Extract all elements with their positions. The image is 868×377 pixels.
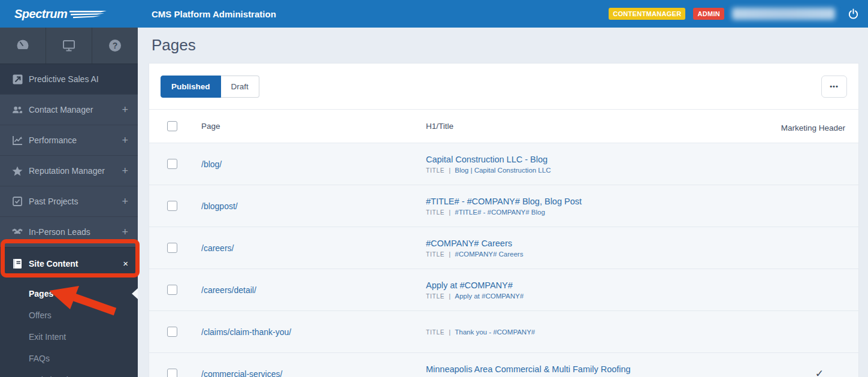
title-label: TITLE xyxy=(426,167,444,174)
site-content-submenu: Pages Offers Exit Intent FAQs Website Ab… xyxy=(0,279,138,377)
main-content: Pages Published Draft ••• Page H1/Title … xyxy=(138,28,868,377)
title-label: TITLE xyxy=(426,329,444,336)
title-value: #TITLE# - #COMPANY# Blog xyxy=(455,209,545,216)
h1-title-cell: #TITLE# - #COMPANY# Blog, Blog Post TITL… xyxy=(410,189,757,224)
svg-text:?: ? xyxy=(113,41,118,50)
top-bar: Spectrum CMS Platform Administration CON… xyxy=(0,0,868,28)
title-label: TITLE xyxy=(426,209,444,216)
separator: | xyxy=(449,251,450,258)
page-path-link[interactable]: /blog/ xyxy=(187,159,410,169)
star-icon xyxy=(12,166,23,176)
brand-logo: Spectrum xyxy=(0,7,138,21)
submenu-item-pages[interactable]: Pages xyxy=(0,283,138,304)
submenu-item-faqs[interactable]: FAQs xyxy=(0,348,138,369)
submenu-item-offers[interactable]: Offers xyxy=(0,304,138,326)
separator: | xyxy=(449,292,450,300)
title-label: TITLE xyxy=(426,293,444,300)
expand-plus-icon[interactable]: + xyxy=(122,165,128,177)
page-path-link[interactable]: /careers/ xyxy=(187,243,410,253)
logout-power-icon[interactable] xyxy=(846,7,860,20)
table-row: /claims/claim-thank-you/ TITLE | Thank y… xyxy=(149,310,858,352)
page-path-link[interactable]: /blogpost/ xyxy=(187,201,410,211)
h1-link[interactable]: #COMPANY# Careers xyxy=(426,239,751,248)
sidebar-item-past-projects[interactable]: Past Projects + xyxy=(0,186,138,216)
sidebar-item-label: Performance xyxy=(29,135,116,145)
submenu-item-label: Offers xyxy=(29,310,52,320)
submenu-item-website-about[interactable]: Website About xyxy=(0,369,138,377)
sidebar-item-reputation-manager[interactable]: Reputation Manager + xyxy=(0,155,138,186)
page-path-link[interactable]: /claims/claim-thank-you/ xyxy=(187,327,410,337)
line-chart-icon xyxy=(12,135,23,145)
pages-table: Page H1/Title Marketing Header /blog/ Ca… xyxy=(149,110,858,377)
table-row: /blogpost/ #TITLE# - #COMPANY# Blog, Blo… xyxy=(149,185,858,227)
sidebar-item-label: In-Person Leads xyxy=(29,227,116,237)
sidebar: ? Predictive Sales AI Contact Manager + xyxy=(0,28,138,377)
row-checkbox[interactable] xyxy=(167,285,177,295)
sidebar-item-label: Reputation Manager xyxy=(29,166,116,176)
table-row: /blog/ Capital Construction LLC - Blog T… xyxy=(149,143,858,185)
expand-plus-icon[interactable]: + xyxy=(122,226,128,239)
title-subtitle: TITLE | #TITLE# - #COMPANY# Blog xyxy=(426,209,751,216)
title-value: Apply at #COMPANY# xyxy=(455,292,524,300)
row-checkbox[interactable] xyxy=(167,369,177,377)
sidebar-icon-strip: ? xyxy=(0,28,138,64)
h1-link[interactable]: Minneapolis Area Commercial & Multi Fami… xyxy=(426,364,751,374)
collapse-close-icon[interactable]: × xyxy=(123,258,128,269)
column-header-h1-title: H1/Title xyxy=(410,122,757,131)
sidebar-item-contact-manager[interactable]: Contact Manager + xyxy=(0,94,138,125)
select-all-checkbox[interactable] xyxy=(167,121,177,131)
title-label: TITLE xyxy=(426,251,444,258)
title-value: Blog | Capital Construction LLC xyxy=(455,167,551,174)
more-options-button[interactable]: ••• xyxy=(821,76,847,98)
h1-title-cell: TITLE | Thank you - #COMPANY# xyxy=(410,321,757,343)
h1-link[interactable]: Capital Construction LLC - Blog xyxy=(426,155,751,164)
row-checkbox[interactable] xyxy=(167,159,177,169)
submenu-item-label: FAQs xyxy=(29,354,50,363)
expand-plus-icon[interactable]: + xyxy=(122,134,128,147)
marketing-header-check: ✓ xyxy=(757,367,858,377)
pages-card: Published Draft ••• Page H1/Title Market… xyxy=(149,63,859,377)
published-tab-button[interactable]: Published xyxy=(161,76,221,98)
checkbox-icon xyxy=(12,197,23,206)
sidebar-item-label: Contact Manager xyxy=(29,105,116,114)
sidebar-item-predictive-sales-ai[interactable]: Predictive Sales AI xyxy=(0,64,138,94)
dashboard-gauge-icon[interactable] xyxy=(0,28,46,64)
role-badge-admin: ADMIN xyxy=(693,8,724,20)
sidebar-item-performance[interactable]: Performance + xyxy=(0,125,138,155)
title-value: #COMPANY# Careers xyxy=(455,251,523,258)
title-value: Thank you - #COMPANY# xyxy=(455,328,535,336)
title-subtitle: TITLE | #COMPANY# Careers xyxy=(426,251,751,258)
separator: | xyxy=(449,209,450,216)
sidebar-item-label: Site Content xyxy=(29,259,117,269)
active-item-caret xyxy=(132,288,138,299)
h1-link[interactable]: #TITLE# - #COMPANY# Blog, Blog Post xyxy=(426,197,751,206)
page-title-bar: Pages xyxy=(138,28,868,63)
sidebar-item-label: Predictive Sales AI xyxy=(29,74,122,84)
sidebar-item-site-content[interactable]: Site Content × xyxy=(0,247,138,279)
h1-link[interactable]: Apply at #COMPANY# xyxy=(426,281,751,290)
page-path-link[interactable]: /careers/detail/ xyxy=(187,285,410,295)
h1-title-cell: Apply at #COMPANY# TITLE | Apply at #COM… xyxy=(410,273,757,307)
h1-title-cell: Minneapolis Area Commercial & Multi Fami… xyxy=(410,357,757,377)
brand-name: Spectrum xyxy=(14,7,67,21)
row-checkbox[interactable] xyxy=(167,243,177,253)
help-icon[interactable]: ? xyxy=(92,28,138,64)
expand-plus-icon[interactable]: + xyxy=(122,104,128,116)
expand-plus-icon[interactable]: + xyxy=(122,195,128,208)
column-header-page: Page xyxy=(187,122,410,131)
draft-tab-button[interactable]: Draft xyxy=(221,76,259,98)
page-path-link[interactable]: /commercial-services/ xyxy=(187,369,410,377)
submenu-item-exit-intent[interactable]: Exit Intent xyxy=(0,326,138,348)
status-filter-group: Published Draft xyxy=(161,76,259,98)
submenu-item-label: Pages xyxy=(29,289,53,298)
title-subtitle: TITLE | Blog | Capital Construction LLC xyxy=(426,167,751,174)
role-badge-contentmanager: CONTENTMANAGER xyxy=(609,8,685,20)
row-checkbox[interactable] xyxy=(167,201,177,211)
submenu-item-label: Exit Intent xyxy=(29,332,66,342)
row-checkbox[interactable] xyxy=(167,327,177,337)
column-header-marketing-header: Marketing Header xyxy=(757,123,858,143)
sidebar-item-in-person-leads[interactable]: In-Person Leads + xyxy=(0,216,138,247)
trend-box-icon xyxy=(12,74,23,85)
handshake-icon xyxy=(12,228,23,236)
monitor-icon[interactable] xyxy=(46,28,92,64)
